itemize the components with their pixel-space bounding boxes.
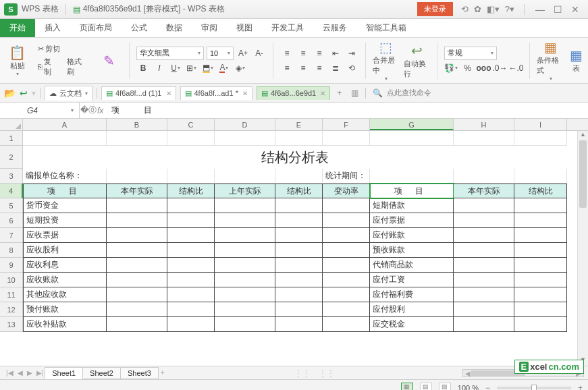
cell[interactable]: 项 目	[370, 184, 454, 198]
cell[interactable]	[454, 213, 514, 228]
cell[interactable]	[167, 317, 215, 332]
font-size-combo[interactable]: 10▾	[207, 47, 234, 60]
cell[interactable]	[454, 258, 514, 273]
cell[interactable]	[514, 169, 567, 184]
italic-button[interactable]: I	[153, 61, 166, 75]
border-button[interactable]: ⊞▾	[185, 61, 198, 75]
font-color-button[interactable]: A▾	[217, 61, 231, 75]
cell[interactable]	[514, 317, 567, 332]
col-header-I[interactable]: I	[514, 119, 567, 130]
underline-button[interactable]: U▾	[169, 61, 182, 75]
cell[interactable]	[215, 287, 275, 302]
cell[interactable]	[323, 302, 370, 317]
wrap-text-button[interactable]: ↩自动换行	[404, 41, 431, 80]
cell[interactable]	[323, 131, 370, 146]
login-button[interactable]: 未登录	[417, 2, 453, 16]
cell[interactable]	[454, 243, 514, 258]
add-sheet-button[interactable]: +	[159, 369, 167, 377]
fx-icon[interactable]: fx	[97, 106, 103, 115]
cell[interactable]	[275, 213, 323, 228]
cell[interactable]: 应付工资	[370, 273, 454, 287]
view-normal-button[interactable]: ▦	[401, 383, 413, 391]
brush-button[interactable]: ✎	[95, 41, 122, 80]
align-middle-button[interactable]: ≡	[296, 47, 310, 60]
row-header[interactable]: 12	[0, 302, 23, 317]
row-header[interactable]: 11	[0, 287, 23, 302]
cell[interactable]: 本年实际	[107, 184, 167, 198]
cell[interactable]	[167, 287, 215, 302]
col-header-C[interactable]: C	[167, 119, 215, 130]
cell[interactable]: 货币资金	[23, 198, 107, 213]
new-tab-button[interactable]: +	[334, 88, 344, 98]
cell[interactable]	[167, 258, 215, 273]
tab-start[interactable]: 开始	[0, 19, 35, 37]
cell[interactable]	[215, 131, 275, 146]
cell[interactable]: 应付福利费	[370, 287, 454, 302]
paste-button[interactable]: 📋粘贴▾	[4, 41, 31, 80]
cut-button[interactable]: ✂ 剪切	[35, 43, 91, 55]
cell[interactable]	[275, 243, 323, 258]
sheet-tab-1[interactable]: Sheet1	[45, 367, 83, 379]
cell[interactable]	[275, 317, 323, 332]
tab-data[interactable]: 数据	[157, 19, 192, 37]
cell[interactable]	[275, 258, 323, 273]
cell[interactable]: 上年实际	[215, 184, 275, 198]
zoom-slider[interactable]	[497, 387, 571, 389]
cell[interactable]	[107, 317, 167, 332]
cell[interactable]	[514, 287, 567, 302]
align-right-button[interactable]: ≡	[313, 61, 326, 75]
cell[interactable]	[275, 302, 323, 317]
cell[interactable]	[107, 273, 167, 287]
col-header-G[interactable]: G	[370, 119, 454, 130]
cell[interactable]	[323, 228, 370, 243]
row-header[interactable]: 9	[0, 258, 23, 273]
cell[interactable]	[323, 213, 370, 228]
cell[interactable]	[23, 131, 107, 146]
cell[interactable]: 统计期间：	[323, 169, 370, 184]
cell[interactable]	[107, 198, 167, 213]
justify-button[interactable]: ≣	[329, 61, 342, 75]
cell[interactable]	[454, 302, 514, 317]
row-header[interactable]: 2	[0, 146, 23, 169]
cell[interactable]	[167, 198, 215, 213]
cell[interactable]: 预付账款	[23, 302, 107, 317]
align-bottom-button[interactable]: ≡	[313, 47, 326, 60]
indent-left-button[interactable]: ⇤	[329, 47, 342, 60]
zoom-out-button[interactable]: −	[485, 383, 490, 391]
row-header[interactable]: 10	[0, 273, 23, 287]
cell[interactable]	[514, 213, 567, 228]
settings-icon[interactable]: ✿	[474, 4, 481, 14]
zoom-in-button[interactable]: +	[578, 383, 583, 391]
cell[interactable]	[215, 317, 275, 332]
cell[interactable]	[514, 258, 567, 273]
cell[interactable]	[514, 243, 567, 258]
cell[interactable]	[454, 228, 514, 243]
cell[interactable]: 应收股利	[23, 243, 107, 258]
cell[interactable]	[107, 243, 167, 258]
row-header[interactable]: 1	[0, 131, 23, 146]
decrease-font-button[interactable]: A-	[252, 47, 266, 60]
cell[interactable]	[275, 228, 323, 243]
command-search[interactable]: 点此查找命令	[387, 88, 431, 98]
comma-button[interactable]: ooo	[477, 61, 490, 75]
cell[interactable]	[215, 213, 275, 228]
cell[interactable]: 应收补贴款	[23, 317, 107, 332]
sheet-nav-prev[interactable]: ◀	[16, 369, 25, 377]
cell[interactable]	[107, 213, 167, 228]
skin-icon[interactable]: ◧▾	[487, 4, 500, 14]
cell[interactable]: 应付票据	[370, 213, 454, 228]
cell[interactable]: 应付股利	[370, 302, 454, 317]
cell[interactable]	[167, 243, 215, 258]
close-tab-icon[interactable]: ✕	[166, 90, 171, 97]
cell[interactable]	[454, 317, 514, 332]
tab-formula[interactable]: 公式	[122, 19, 157, 37]
table-style-button[interactable]: ▦表	[568, 41, 584, 80]
sheet-nav-last[interactable]: ▶|	[34, 369, 46, 377]
cell[interactable]	[454, 198, 514, 213]
fx-expand-button[interactable]: �⓪	[80, 105, 97, 116]
cell[interactable]	[215, 302, 275, 317]
cell[interactable]	[514, 302, 567, 317]
row-header[interactable]: 8	[0, 243, 23, 258]
align-left-button[interactable]: ≡	[280, 61, 294, 75]
maximize-button[interactable]: ☐	[549, 4, 566, 15]
